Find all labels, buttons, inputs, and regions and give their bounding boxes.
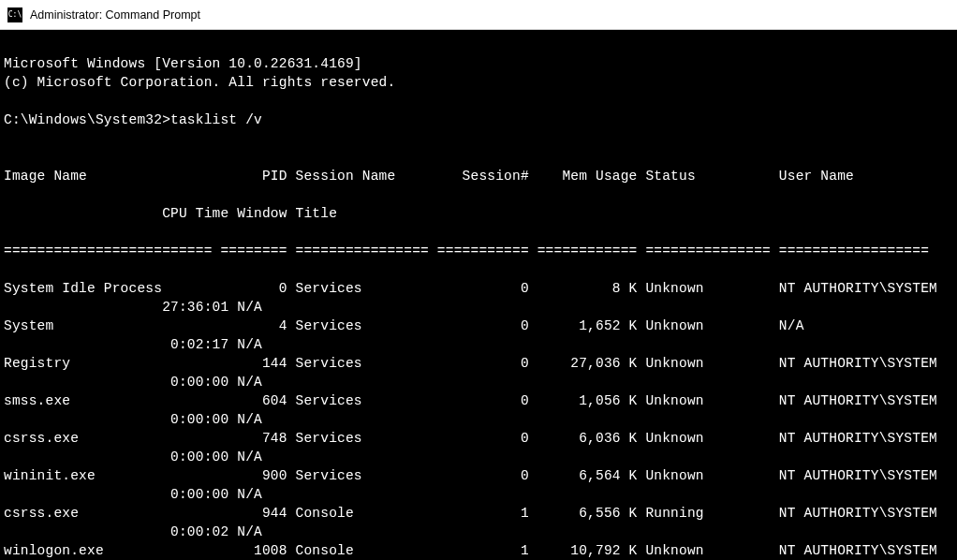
- prompt-path: C:\Windows\System32>: [4, 111, 170, 129]
- process-row: System 4 Services 0 1,652 K Unknown N/A: [4, 317, 953, 335]
- process-row-cont: 0:02:17 N/A: [4, 335, 953, 354]
- cmd-icon: C:\: [7, 7, 22, 22]
- process-row: winlogon.exe 1008 Console 1 10,792 K Unk…: [4, 541, 953, 560]
- prompt-command: tasklist /v: [170, 111, 262, 129]
- process-row-cont: 0:00:00 N/A: [4, 410, 953, 429]
- window-title: Administrator: Command Prompt: [30, 8, 200, 22]
- process-row-cont: 0:00:00 N/A: [4, 373, 953, 391]
- process-row: smss.exe 604 Services 0 1,056 K Unknown …: [4, 391, 953, 410]
- process-row: Registry 144 Services 0 27,036 K Unknown…: [4, 354, 953, 373]
- process-list: System Idle Process 0 Services 0 8 K Unk…: [4, 279, 953, 560]
- version-line: Microsoft Windows [Version 10.0.22631.41…: [4, 56, 362, 71]
- terminal-output[interactable]: Microsoft Windows [Version 10.0.22631.41…: [0, 30, 957, 560]
- separator-line1: ========================= ======== =====…: [4, 242, 953, 260]
- process-row-cont: 0:00:00 N/A: [4, 485, 953, 504]
- process-row: System Idle Process 0 Services 0 8 K Unk…: [4, 279, 953, 298]
- process-row-cont: 0:00:00 N/A: [4, 448, 953, 466]
- column-headers-line1: Image Name PID Session Name Session# Mem…: [4, 167, 953, 185]
- window-titlebar[interactable]: C:\ Administrator: Command Prompt: [0, 0, 957, 30]
- copyright-line: (c) Microsoft Corporation. All rights re…: [4, 75, 395, 90]
- process-row: csrss.exe 748 Services 0 6,036 K Unknown…: [4, 429, 953, 448]
- process-row: csrss.exe 944 Console 1 6,556 K Running …: [4, 504, 953, 523]
- process-row: wininit.exe 900 Services 0 6,564 K Unkno…: [4, 466, 953, 485]
- process-row-cont: 27:36:01 N/A: [4, 298, 953, 317]
- column-headers-line2: CPU Time Window Title: [4, 204, 953, 223]
- process-row-cont: 0:00:02 N/A: [4, 523, 953, 541]
